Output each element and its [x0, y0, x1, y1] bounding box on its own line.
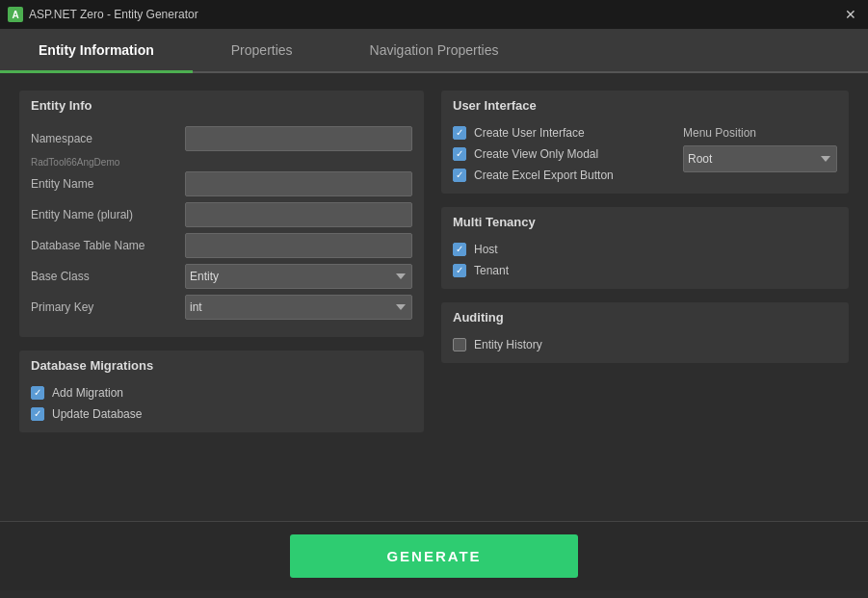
primary-key-label: Primary Key [31, 300, 185, 314]
title-bar: A ASP.NET Zero - Entity Generator ✕ [0, 0, 868, 29]
generate-button[interactable]: GENERATE [290, 534, 577, 578]
create-ui-row: Create User Interface [453, 126, 673, 140]
multi-tenancy-section: Multi Tenancy Host Tenant [441, 207, 849, 289]
host-row: Host [453, 243, 837, 256]
app-title: ASP.NET Zero - Entity Generator [29, 8, 198, 21]
entity-name-label: Entity Name [31, 177, 185, 191]
base-class-select[interactable]: Entity AuditedEntity FullAuditedEntity [185, 264, 412, 289]
user-interface-section: User Interface Create User Interface Cre… [441, 91, 849, 194]
right-column: User Interface Create User Interface Cre… [441, 91, 849, 504]
primary-key-row: Primary Key int long Guid string [31, 295, 412, 320]
bottom-bar: GENERATE [0, 521, 868, 590]
update-database-checkbox[interactable] [31, 407, 44, 421]
user-interface-title: User Interface [441, 91, 849, 118]
menu-position-container: Menu Position Root Custom [683, 126, 837, 182]
tenant-label: Tenant [474, 264, 509, 277]
primary-key-select[interactable]: int long Guid string [185, 295, 412, 320]
tab-entity-information[interactable]: Entity Information [0, 29, 193, 71]
namespace-hint: RadTool66AngDemo [31, 157, 412, 168]
entity-info-section: Entity Info Namespace RadTool66AngDemo E… [19, 91, 424, 337]
entity-info-body: Namespace RadTool66AngDemo Entity Name E… [19, 118, 424, 337]
database-table-name-input[interactable] [185, 233, 412, 258]
title-bar-left: A ASP.NET Zero - Entity Generator [8, 7, 198, 22]
create-ui-checkbox[interactable] [453, 126, 466, 140]
tab-properties[interactable]: Properties [193, 29, 331, 71]
close-button[interactable]: ✕ [841, 5, 860, 24]
database-table-name-label: Database Table Name [31, 239, 185, 252]
database-migrations-section: Database Migrations Add Migration Update… [19, 351, 424, 432]
entity-name-plural-row: Entity Name (plural) [31, 202, 412, 227]
tab-navigation-properties[interactable]: Navigation Properties [331, 29, 538, 71]
user-interface-body: Create User Interface Create View Only M… [441, 118, 849, 194]
tenant-checkbox[interactable] [453, 264, 466, 277]
ui-checks: Create User Interface Create View Only M… [453, 126, 673, 182]
auditing-section: Auditing Entity History [441, 302, 849, 363]
add-migration-checkbox[interactable] [31, 386, 44, 400]
update-database-row: Update Database [31, 407, 412, 421]
entity-name-row: Entity Name [31, 171, 412, 196]
create-excel-export-row: Create Excel Export Button [453, 169, 673, 182]
create-view-only-modal-checkbox[interactable] [453, 147, 466, 161]
multi-tenancy-body: Host Tenant [441, 235, 849, 289]
create-view-only-modal-label: Create View Only Modal [474, 147, 598, 161]
update-database-label: Update Database [52, 407, 142, 421]
database-table-name-row: Database Table Name [31, 233, 412, 258]
multi-tenancy-title: Multi Tenancy [441, 207, 849, 235]
entity-name-plural-input[interactable] [185, 202, 412, 227]
database-migrations-body: Add Migration Update Database [19, 378, 424, 432]
tenant-row: Tenant [453, 264, 837, 277]
database-migrations-title: Database Migrations [19, 351, 424, 378]
entity-history-checkbox[interactable] [453, 338, 466, 351]
ui-inner: Create User Interface Create View Only M… [453, 126, 837, 182]
entity-info-title: Entity Info [19, 91, 424, 118]
create-excel-export-checkbox[interactable] [453, 169, 466, 182]
auditing-body: Entity History [441, 330, 849, 363]
create-excel-export-label: Create Excel Export Button [474, 169, 614, 182]
main-content: Entity Info Namespace RadTool66AngDemo E… [0, 73, 868, 521]
entity-history-row: Entity History [453, 338, 837, 351]
entity-name-plural-label: Entity Name (plural) [31, 208, 185, 221]
add-migration-row: Add Migration [31, 386, 412, 400]
tab-bar: Entity Information Properties Navigation… [0, 29, 868, 73]
host-checkbox[interactable] [453, 243, 466, 256]
namespace-input[interactable] [185, 126, 412, 151]
host-label: Host [474, 243, 498, 256]
base-class-label: Base Class [31, 270, 185, 283]
namespace-label: Namespace [31, 132, 185, 145]
entity-name-input[interactable] [185, 171, 412, 196]
create-ui-label: Create User Interface [474, 126, 585, 140]
create-view-only-modal-row: Create View Only Modal [453, 147, 673, 161]
left-column: Entity Info Namespace RadTool66AngDemo E… [19, 91, 424, 504]
namespace-row: Namespace [31, 126, 412, 151]
base-class-row: Base Class Entity AuditedEntity FullAudi… [31, 264, 412, 289]
menu-position-label: Menu Position [683, 126, 837, 140]
menu-position-select[interactable]: Root Custom [683, 145, 837, 172]
app-icon: A [8, 7, 23, 22]
entity-history-label: Entity History [474, 338, 542, 351]
add-migration-label: Add Migration [52, 386, 123, 400]
auditing-title: Auditing [441, 302, 849, 330]
